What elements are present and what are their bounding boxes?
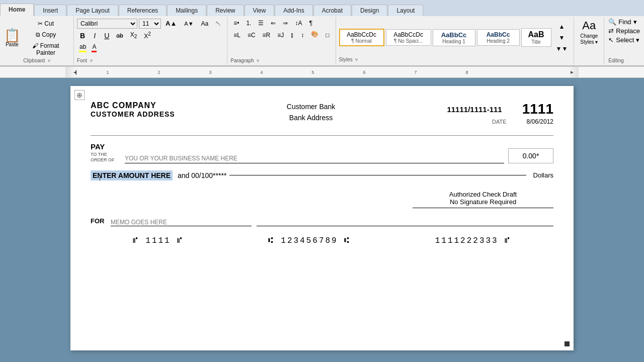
font-size-select[interactable]: 11 (139, 19, 161, 29)
tab-layout[interactable]: Layout (388, 5, 423, 16)
superscript-button[interactable]: X2 (141, 30, 154, 41)
editing-group: 🔍 Find ▾ ⇄ Replace ↖ Select ▾ Editing (604, 17, 644, 64)
paste-button[interactable]: 📋 Paste (4, 29, 20, 47)
header-divider (91, 135, 553, 136)
bank-address: Bank Address (287, 112, 335, 123)
subscript-button[interactable]: X2 (127, 30, 140, 41)
memo-placeholder: MEMO GOES HERE (111, 219, 167, 226)
document-area: ⊕ ABC COMPANY CUSTOMER ADDRESS Customer … (0, 78, 644, 358)
tab-mailings[interactable]: Mailings (167, 5, 206, 16)
justify-button[interactable]: ≡J (274, 30, 287, 40)
bank-name: Customer Bank (287, 101, 335, 112)
bullets-button[interactable]: ≡• (230, 18, 242, 28)
style-h1-button[interactable]: AaBbCc Heading 1 (433, 29, 475, 46)
show-hide-button[interactable]: ¶ (306, 18, 315, 28)
amount-highlight-text[interactable]: ENTER AMOUNT HERE (91, 170, 173, 180)
check-number: 1111 (522, 101, 553, 117)
tab-acrobat[interactable]: Acrobat (313, 5, 351, 16)
font-color-button[interactable]: A (90, 42, 99, 53)
pay-label: PAY (91, 142, 121, 152)
for-label: FOR (91, 217, 106, 225)
font-color-swatch (92, 51, 97, 52)
decrease-indent-button[interactable]: ⇐ (268, 18, 279, 28)
style-normal-button[interactable]: AaBbCcDc ¶ Normal (339, 29, 384, 46)
select-button[interactable]: ↖ Select ▾ (608, 36, 640, 44)
find-button[interactable]: 🔍 Find ▾ (608, 18, 640, 26)
clipboard-group: 📋 Paste ✂ Cut ⧉ Copy 🖌 Format Painter Cl… (0, 17, 74, 64)
paste-label: Paste (6, 42, 19, 47)
align-right-button[interactable]: ≡R (260, 30, 274, 40)
change-styles-button[interactable]: Aa ChangeStyles ▾ (574, 17, 604, 64)
font-name-select[interactable]: Calibri (77, 19, 137, 29)
tab-insert[interactable]: Insert (34, 5, 66, 16)
align-center-button[interactable]: ≡C (245, 30, 259, 40)
company-name: ABC COMPANY (91, 101, 175, 110)
change-case-button[interactable]: Aa (198, 19, 212, 29)
replace-icon: ⇄ (608, 27, 614, 35)
micr-line: ⑈ 1111 ⑈ ⑆ 123456789 ⑆ 1111222333 ⑈ (91, 236, 553, 245)
tab-references[interactable]: References (119, 5, 167, 16)
check-number-area: 11111/1111-111 1111 DATE 8/06/2012 (447, 101, 553, 125)
tab-view[interactable]: View (245, 5, 275, 16)
highlight-button[interactable]: ab (77, 42, 89, 53)
change-styles-icon: Aa (582, 19, 596, 32)
bank-info: Customer Bank Bank Address (287, 101, 335, 124)
grow-font-button[interactable]: A▲ (163, 18, 180, 29)
increase-indent-button[interactable]: ⇒ (280, 18, 291, 28)
tab-design[interactable]: Design (352, 5, 387, 16)
styles-scroll-down[interactable]: ▼ (553, 33, 571, 43)
numbering-button[interactable]: 1. (243, 18, 254, 28)
style-title-button[interactable]: AaB Title (521, 28, 551, 47)
cut-button[interactable]: ✂ Cut (22, 19, 69, 29)
tab-home[interactable]: Home (0, 4, 34, 16)
payee-line: YOU OR YOUR BUSINESS NAME HERE (125, 153, 504, 163)
tab-review[interactable]: Review (207, 5, 244, 16)
styles-scroll-up[interactable]: ▲ (553, 22, 571, 32)
document: ⊕ ABC COMPANY CUSTOMER ADDRESS Customer … (70, 86, 574, 350)
clipboard-label: Clipboard ▿ (23, 58, 50, 63)
dollars-label: Dollars (533, 171, 553, 179)
multilevel-button[interactable]: ☰ (255, 18, 267, 28)
paste-icon: 📋 (4, 29, 20, 42)
borders-button[interactable]: □ (323, 30, 332, 40)
bold-button[interactable]: B (77, 30, 88, 41)
clear-format-button[interactable]: ␀ (213, 19, 224, 29)
shading-button[interactable]: 🎨 (308, 29, 321, 41)
paragraph-group: ≡• 1. ☰ ⇐ ⇒ ↕A ¶ ≡L ≡C ≡R ≡J ⫿ ↕ 🎨 □ Par (227, 17, 336, 64)
authorized-section: Authorized Check Draft No Signature Requ… (91, 191, 553, 208)
memo-line: MEMO GOES HERE (111, 216, 252, 226)
editing-label: Editing (608, 58, 640, 63)
move-handle[interactable]: ⊕ (74, 90, 85, 100)
company-address: CUSTOMER ADDRESS (91, 110, 175, 118)
italic-button[interactable]: I (89, 30, 100, 41)
select-icon: ↖ (608, 36, 614, 44)
routing-number: 11111/1111-111 (447, 105, 502, 114)
styles-more[interactable]: ▼▼ (553, 44, 571, 54)
styles-label: Styles ▿ (339, 57, 571, 63)
sort-button[interactable]: ↕A (292, 18, 305, 28)
tab-addins[interactable]: Add-Ins (275, 5, 312, 16)
underline-button[interactable]: U (101, 30, 112, 41)
micr-check-number: ⑈ 1111 ⑈ (133, 236, 184, 245)
highlight-color (79, 51, 87, 52)
cursor-pointer: ↑ (98, 175, 101, 183)
line-spacing-button[interactable]: ↕ (298, 30, 307, 40)
pay-section: PAY TO THEORDER OF YOU OR YOUR BUSINESS … (91, 142, 553, 163)
align-left-button[interactable]: ≡L (230, 30, 244, 40)
amount-suffix: and 00/100***** (178, 171, 226, 179)
tab-page-layout[interactable]: Page Layout (67, 5, 118, 16)
strikethrough-button[interactable]: ab (113, 31, 126, 41)
find-icon: 🔍 (608, 18, 616, 26)
columns-button[interactable]: ⫿ (288, 30, 297, 40)
copy-button[interactable]: ⧉ Copy (22, 30, 69, 40)
replace-button[interactable]: ⇄ Replace (608, 27, 640, 35)
format-painter-button[interactable]: 🖌 Format Painter (22, 41, 69, 58)
amount-box: 0.00* (508, 148, 553, 163)
payee-name: YOU OR YOUR BUSINESS NAME HERE (125, 155, 237, 162)
shrink-font-button[interactable]: A▼ (181, 19, 196, 28)
style-h2-button[interactable]: AaBbCc Heading 2 (477, 29, 520, 46)
to-the-order: TO THEORDER OF (91, 152, 121, 163)
font-label: Font ▿ (77, 58, 224, 63)
corner-resize-handle[interactable] (565, 341, 570, 346)
style-nospace-button[interactable]: AaBbCcDc ¶ No Spaci... (386, 29, 431, 46)
